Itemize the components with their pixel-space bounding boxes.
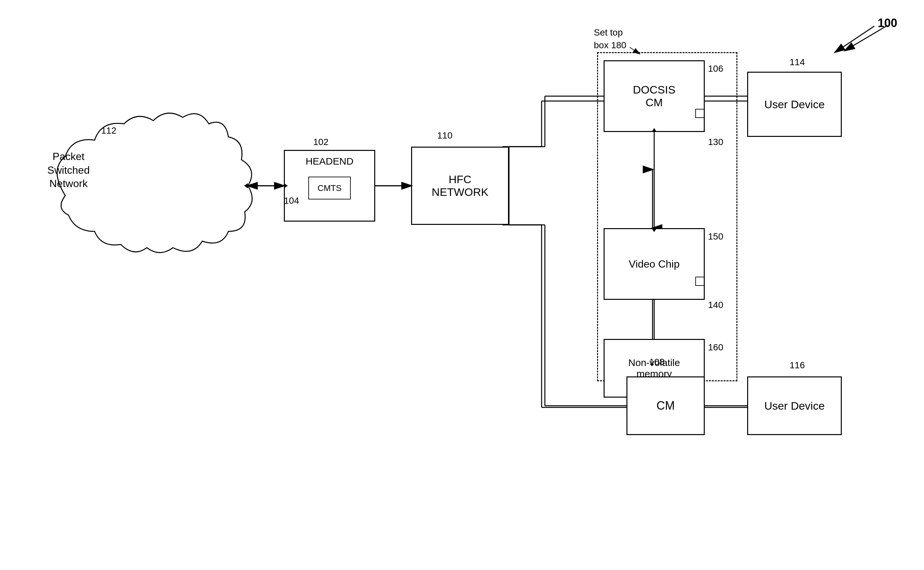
docsis-cm-label: DOCSISCM — [633, 83, 675, 109]
ref-110: 110 — [437, 130, 452, 141]
cm-box: CM — [626, 376, 705, 435]
ref-160: 160 — [708, 342, 723, 352]
ref-140: 140 — [708, 300, 723, 310]
set-top-box-label: Set topbox 180 — [594, 26, 626, 52]
ref-114: 114 — [790, 57, 805, 67]
cm-label: CM — [656, 399, 675, 412]
video-chip-box: Video Chip — [604, 228, 705, 300]
user-device-top-box: User Device — [747, 72, 842, 137]
user-device-bottom-box: User Device — [747, 376, 842, 435]
user-device-top-label: User Device — [764, 98, 824, 111]
ref-130: 130 — [708, 137, 723, 147]
headend-box: HEADEND CMTS — [284, 150, 375, 222]
svg-line-17 — [835, 26, 875, 52]
ref-116: 116 — [790, 360, 805, 371]
docsis-cm-box: DOCSISCM — [604, 60, 705, 132]
ref-102: 102 — [313, 137, 329, 147]
diagram-container: 100 PacketSwitchedNetwork 112 HEADEND CM… — [0, 0, 924, 570]
user-device-bottom-label: User Device — [764, 400, 824, 412]
svg-marker-24 — [244, 183, 248, 188]
ref-104: 104 — [284, 196, 299, 206]
ref-106: 106 — [708, 64, 723, 74]
hfc-network-box: HFCNETWORK — [411, 147, 509, 225]
docsis-cm-connector — [695, 109, 704, 118]
headend-label: HEADEND — [306, 156, 354, 167]
ref-150: 150 — [708, 231, 723, 242]
video-chip-connector — [695, 277, 704, 286]
ref-108: 108 — [649, 357, 665, 367]
figure-ref-100: 100 — [878, 16, 897, 30]
packet-switched-network-label: PacketSwitchedNetwork — [20, 150, 117, 191]
hfc-network-label: HFCNETWORK — [432, 173, 489, 198]
ref-112: 112 — [101, 126, 117, 136]
cmts-label: CMTS — [317, 183, 341, 193]
video-chip-label: Video Chip — [629, 258, 680, 270]
cmts-box: CMTS — [308, 177, 351, 199]
